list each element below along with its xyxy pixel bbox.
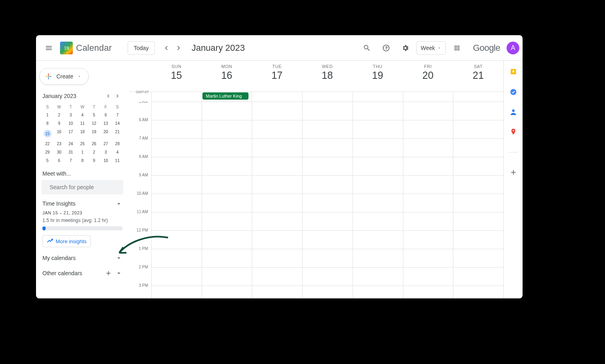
day-header[interactable]: WED18 [302,61,353,92]
account-avatar[interactable]: A [507,42,519,54]
add-addon-icon[interactable] [509,168,517,176]
hour-cell[interactable] [403,268,453,286]
search-button[interactable] [359,40,375,56]
mini-day-cell[interactable]: 15 [42,128,53,140]
allday-cell[interactable] [252,92,302,102]
hour-cell[interactable] [302,120,353,138]
mini-day-cell[interactable]: 8 [42,119,53,128]
hour-cell[interactable] [252,139,302,157]
hour-cell[interactable] [453,194,503,212]
hour-cell[interactable] [403,286,453,298]
mini-next-button[interactable] [113,91,122,101]
hour-cell[interactable] [202,268,252,286]
hour-cell[interactable] [453,268,503,286]
hour-cell[interactable] [453,139,503,157]
hour-cell[interactable] [202,286,252,298]
hour-cell[interactable] [151,139,202,157]
hour-cell[interactable] [151,286,202,298]
hour-cell[interactable] [453,157,503,175]
hour-cell[interactable] [202,157,252,175]
hour-cell[interactable] [453,212,503,230]
mini-day-cell[interactable]: 22 [42,140,53,148]
day-header[interactable]: FRI20 [403,61,453,92]
hour-cell[interactable] [353,176,403,194]
mini-day-cell[interactable]: 25 [76,140,88,148]
hour-cell[interactable] [202,194,252,212]
allday-cell[interactable] [353,92,403,102]
hour-cell[interactable] [202,102,252,120]
mini-day-cell[interactable]: 5 [88,111,100,119]
hour-grid[interactable]: 5 AM6 AM7 AM8 AM9 AM10 AM11 AM12 PM1 PM2… [129,102,503,298]
mini-day-cell[interactable]: 27 [100,140,112,148]
hour-cell[interactable] [202,231,252,249]
mini-day-cell[interactable]: 26 [88,140,100,148]
prev-week-button[interactable] [160,42,172,54]
hour-cell[interactable] [202,212,252,230]
mini-day-cell[interactable]: 11 [76,119,88,128]
mini-day-cell[interactable]: 1 [42,111,53,119]
hour-cell[interactable] [453,286,503,298]
hour-cell[interactable] [353,268,403,286]
tasks-icon[interactable] [509,88,517,96]
mini-day-cell[interactable]: 31 [65,148,76,156]
view-selector[interactable]: Week [417,41,446,55]
mini-day-cell[interactable]: 23 [53,140,65,148]
hour-cell[interactable] [353,139,403,157]
maps-icon[interactable] [509,128,517,136]
hour-cell[interactable] [403,120,453,138]
other-calendars-toggle[interactable]: Other calendars [39,266,126,281]
hour-cell[interactable] [151,212,202,230]
hour-cell[interactable] [252,194,302,212]
create-button[interactable]: Create [39,68,89,85]
hour-cell[interactable] [453,102,503,120]
hour-cell[interactable] [151,268,202,286]
hour-cell[interactable] [252,231,302,249]
allday-cell[interactable] [403,92,453,102]
hour-cell[interactable] [302,268,353,286]
hour-cell[interactable] [202,249,252,267]
day-header[interactable]: SAT21 [453,61,503,92]
mini-day-cell[interactable]: 28 [112,140,123,148]
mini-day-cell[interactable]: 3 [65,111,76,119]
mini-day-cell[interactable]: 30 [53,148,65,156]
mini-day-cell[interactable]: 19 [88,128,100,140]
hour-cell[interactable] [252,102,302,120]
today-button[interactable]: Today [128,41,154,55]
add-icon[interactable] [105,270,112,277]
hour-cell[interactable] [453,120,503,138]
mini-day-cell[interactable]: 10 [100,156,112,165]
allday-cell[interactable] [302,92,353,102]
main-menu-button[interactable] [39,38,58,58]
mini-day-cell[interactable]: 6 [53,156,65,165]
mini-prev-button[interactable] [103,91,113,101]
hour-cell[interactable] [151,102,202,120]
hour-cell[interactable] [353,249,403,267]
mini-day-cell[interactable]: 2 [88,148,100,156]
hour-cell[interactable] [151,120,202,138]
hour-cell[interactable] [353,212,403,230]
hour-cell[interactable] [252,157,302,175]
hour-cell[interactable] [151,249,202,267]
hour-cell[interactable] [353,194,403,212]
mini-day-cell[interactable]: 6 [100,111,112,119]
search-people-field[interactable] [42,180,123,194]
hour-cell[interactable] [353,157,403,175]
hour-cell[interactable] [151,157,202,175]
mini-day-cell[interactable]: 29 [42,148,53,156]
mini-day-cell[interactable]: 3 [100,148,112,156]
hour-cell[interactable] [403,139,453,157]
mini-day-cell[interactable]: 9 [53,119,65,128]
time-insights-header[interactable]: Time Insights [39,194,126,209]
hour-cell[interactable] [403,231,453,249]
mini-day-cell[interactable]: 21 [112,128,123,140]
hour-cell[interactable] [403,249,453,267]
day-header[interactable]: TUE17 [252,61,302,92]
search-people-input[interactable] [50,184,120,190]
hour-cell[interactable] [302,249,353,267]
mini-day-cell[interactable]: 16 [53,128,65,140]
hour-cell[interactable] [403,157,453,175]
day-header[interactable]: THU19 [353,61,403,92]
hour-cell[interactable] [252,212,302,230]
day-header[interactable]: MON16 [202,61,252,92]
hour-cell[interactable] [252,120,302,138]
